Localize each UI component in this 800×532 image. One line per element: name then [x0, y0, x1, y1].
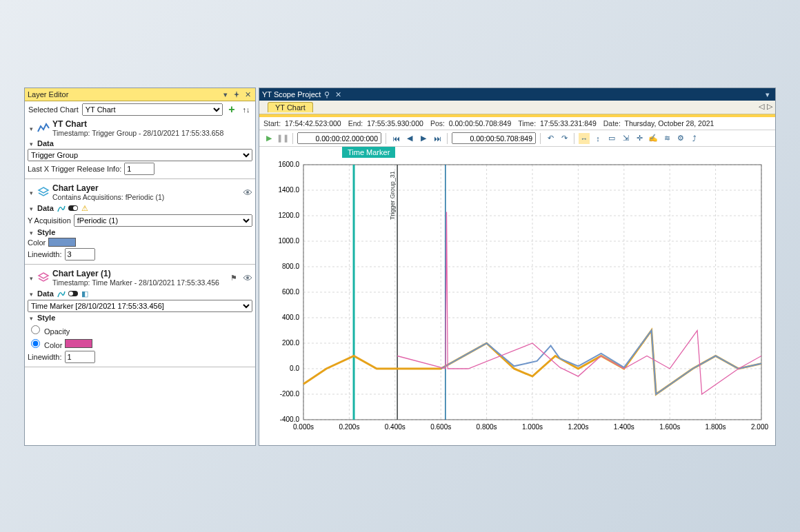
visibility-icon[interactable]: [243, 189, 252, 196]
measure-icon[interactable]: ✍: [648, 133, 659, 144]
svg-point-0: [246, 191, 249, 194]
layers-icon: [37, 186, 50, 198]
skip-end-icon[interactable]: ⏭: [432, 133, 443, 144]
pin-icon[interactable]: [232, 90, 241, 99]
step-back-icon[interactable]: ◀: [404, 133, 415, 144]
svg-text:1.400s: 1.400s: [614, 423, 634, 431]
node-chart-layer-1[interactable]: Chart Layer (1) Timestamp: Time Marker -…: [25, 267, 255, 288]
time-marker-select[interactable]: Time Marker [28/10/2021 17:55:33.456]: [28, 300, 252, 312]
selected-chart-select[interactable]: YT Chart: [82, 103, 223, 116]
close-icon[interactable]: ✕: [333, 90, 343, 99]
layer-editor-title: Layer Editor: [28, 90, 68, 99]
cl1-style-label: Style: [37, 314, 55, 322]
dropdown-icon[interactable]: ▾: [221, 90, 230, 99]
export-icon[interactable]: ⤴: [689, 133, 700, 144]
visibility-icon[interactable]: [243, 274, 252, 281]
last-x-input[interactable]: [124, 163, 154, 175]
hzoom-icon[interactable]: ↔: [579, 133, 590, 144]
cl1-linewidth-input[interactable]: [65, 351, 95, 363]
expand-icon[interactable]: [28, 188, 34, 196]
expand-icon[interactable]: [28, 228, 34, 236]
expand-icon[interactable]: [28, 274, 34, 282]
expand-icon[interactable]: [28, 124, 34, 132]
cl-color-swatch[interactable]: [48, 238, 76, 247]
layer-editor-panel: Layer Editor ▾ ✕ Selected Chart YT Chart…: [24, 88, 256, 446]
layers-icon[interactable]: ≋: [661, 133, 672, 144]
add-layer-button[interactable]: +: [226, 103, 237, 116]
selected-chart-row: Selected Chart YT Chart + ↑↓: [25, 101, 255, 118]
undo-icon[interactable]: ↶: [545, 133, 556, 144]
toggle-icon[interactable]: [68, 203, 78, 213]
cl1-linewidth-label: Linewidth:: [28, 353, 62, 361]
cl1-color-swatch[interactable]: [65, 339, 92, 348]
redo-icon[interactable]: ↷: [559, 133, 570, 144]
svg-text:0.600s: 0.600s: [430, 423, 451, 431]
scope-project-title: YT Scope Project: [262, 90, 321, 99]
color-radio[interactable]: Color: [28, 337, 62, 349]
svg-text:Trigger Group_31: Trigger Group_31: [389, 171, 396, 220]
yt-chart-svg[interactable]: -400.0-200.00.0200.0400.0600.0800.01000.…: [263, 150, 768, 439]
reorder-button[interactable]: ↑↓: [241, 105, 252, 114]
scope-panel: YT Scope Project ⚲ ✕ ▾ YT Chart ◁ ▷ Star…: [259, 88, 776, 446]
expand-icon[interactable]: [28, 204, 34, 212]
expand-icon[interactable]: [28, 139, 34, 147]
cl1-data-label: Data: [37, 289, 54, 298]
svg-text:1.000s: 1.000s: [522, 423, 543, 431]
layer-editor-title-bar: Layer Editor ▾ ✕: [25, 88, 255, 101]
node-chart-layer[interactable]: Chart Layer Contains Acquisitions: fPeri…: [25, 182, 255, 203]
zoomsel-icon[interactable]: ▭: [606, 133, 617, 144]
svg-text:400.0: 400.0: [282, 314, 299, 321]
vzoom-icon[interactable]: ↕: [592, 133, 603, 144]
axis-icon[interactable]: [57, 289, 66, 298]
settings-icon[interactable]: ⚙: [675, 133, 686, 144]
svg-text:1600.0: 1600.0: [278, 161, 299, 168]
scope-title-bar: YT Scope Project ⚲ ✕ ▾: [259, 88, 775, 101]
play-icon[interactable]: ▶: [263, 133, 274, 144]
yt-data-label: Data: [37, 139, 54, 147]
close-icon[interactable]: ✕: [243, 90, 252, 99]
pin-icon[interactable]: ⚲: [322, 90, 332, 99]
svg-point-5: [69, 291, 73, 296]
chart-layer1-title: Chart Layer (1): [52, 269, 228, 278]
svg-text:0.400s: 0.400s: [385, 423, 406, 431]
chart-layer-title: Chart Layer: [52, 183, 240, 193]
time-input-1[interactable]: [297, 132, 381, 144]
svg-text:1.600s: 1.600s: [659, 423, 680, 431]
svg-text:-400.0: -400.0: [280, 416, 300, 423]
toggle-icon[interactable]: [68, 289, 78, 298]
time-input-2[interactable]: [452, 132, 536, 144]
selected-chart-label: Selected Chart: [28, 105, 79, 114]
svg-text:1000.0: 1000.0: [278, 237, 299, 245]
warn-icon[interactable]: ⚠: [80, 203, 90, 213]
trigger-group-select[interactable]: Trigger Group: [28, 149, 252, 161]
chart-layer-contains: Contains Acquisitions: fPeriodic (1): [52, 193, 240, 201]
opacity-radio[interactable]: Opacity: [28, 323, 70, 336]
chart-area[interactable]: Time Marker -400.0-200.00.0200.0400.0600…: [259, 147, 775, 445]
cursor-icon[interactable]: ✛: [634, 133, 645, 144]
expand-icon[interactable]: [28, 289, 34, 298]
dropdown-icon[interactable]: ▾: [763, 90, 772, 99]
tab-prev-icon[interactable]: ◁: [759, 102, 764, 111]
cl-linewidth-input[interactable]: [65, 248, 95, 260]
tab-next-icon[interactable]: ▷: [767, 102, 772, 111]
svg-text:2.000s: 2.000s: [751, 423, 768, 431]
cl-linewidth-label: Linewidth:: [28, 250, 62, 258]
pause-icon[interactable]: ❚❚: [277, 133, 288, 144]
svg-text:1.800s: 1.800s: [706, 423, 726, 431]
y-acq-select[interactable]: fPeriodic (1): [74, 214, 252, 227]
last-x-label: Last X Trigger Release Info:: [28, 165, 121, 173]
node-yt-chart[interactable]: YT Chart Timestamp: Trigger Group - 28/1…: [25, 118, 255, 139]
playback-toolbar: ▶ ❚❚ ⏮ ◀ ▶ ⏭ ↶ ↷ ↔ ↕ ▭ ⇲ ✛ ✍ ≋ ⚙ ⤴: [259, 130, 775, 147]
svg-text:0.800s: 0.800s: [477, 423, 497, 431]
tab-bar: YT Chart ◁ ▷: [259, 101, 775, 114]
expand-icon[interactable]: [28, 314, 34, 322]
layer-tree: YT Chart Timestamp: Trigger Group - 28/1…: [25, 118, 255, 445]
skip-start-icon[interactable]: ⏮: [390, 133, 401, 144]
zoomx-icon[interactable]: ⇲: [620, 133, 631, 144]
step-fwd-icon[interactable]: ▶: [418, 133, 429, 144]
marker-icon[interactable]: ◧: [80, 289, 90, 298]
marker-flag-icon[interactable]: ⚑: [230, 274, 237, 283]
chart-layer1-timestamp: Timestamp: Time Marker - 28/10/2021 17:5…: [52, 278, 228, 287]
axis-icon[interactable]: [57, 203, 66, 213]
tab-yt-chart[interactable]: YT Chart: [268, 102, 313, 112]
